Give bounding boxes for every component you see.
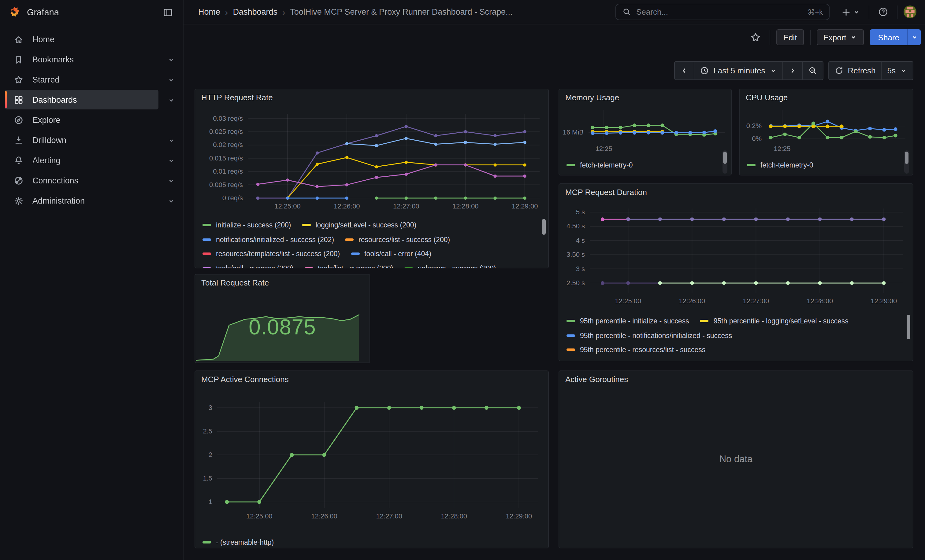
- sidebar-item-home[interactable]: Home: [0, 29, 183, 50]
- cpu-usage-chart[interactable]: 12:250.2%0%: [740, 105, 913, 154]
- panel-title[interactable]: MCP Request Duration: [565, 188, 647, 197]
- legend-item[interactable]: 95th percentile - notifications/initiali…: [566, 329, 732, 341]
- legend-item[interactable]: notifications/initialized - success (202…: [202, 233, 334, 245]
- grafana-logo[interactable]: [8, 6, 21, 19]
- export-button[interactable]: Export: [817, 29, 864, 45]
- svg-text:0.005 req/s: 0.005 req/s: [209, 181, 243, 189]
- legend-color-chip: [202, 224, 211, 226]
- legend-item[interactable]: - (streamable-http): [202, 536, 274, 548]
- legend-scrollbar[interactable]: [904, 150, 909, 174]
- panel-memory-usage: Memory Usage 12:2516 MiB fetch-telemetry…: [559, 89, 732, 176]
- clock-icon: [700, 66, 709, 75]
- breadcrumb-home[interactable]: Home: [198, 8, 220, 17]
- sidebar-item-dashboards[interactable]: Dashboards: [0, 90, 183, 110]
- breadcrumb-dashboards[interactable]: Dashboards: [233, 8, 277, 17]
- memory-usage-chart[interactable]: 12:2516 MiB: [559, 105, 731, 154]
- chevron-down-icon[interactable]: [167, 56, 176, 64]
- legend-color-chip: [304, 267, 313, 268]
- compass-icon: [13, 115, 24, 126]
- refresh-button[interactable]: Refresh: [828, 61, 881, 80]
- chevron-down-icon[interactable]: [167, 176, 176, 185]
- panel-title[interactable]: MCP Active Connections: [201, 375, 289, 384]
- legend-scrollbar[interactable]: [723, 150, 728, 174]
- panel-title[interactable]: Memory Usage: [565, 93, 619, 102]
- chevron-down-icon[interactable]: [167, 197, 176, 205]
- legend-item[interactable]: initialize - success (200): [202, 219, 291, 231]
- mcp-request-duration-chart[interactable]: 12:25:0012:26:0012:27:0012:28:0012:29:00…: [559, 200, 913, 310]
- chevron-down-icon[interactable]: [167, 75, 176, 84]
- panel-title[interactable]: HTTP Request Rate: [201, 93, 273, 102]
- svg-text:0.025 req/s: 0.025 req/s: [209, 128, 243, 135]
- avatar[interactable]: [904, 6, 916, 18]
- time-range-picker[interactable]: Last 5 minutes: [695, 61, 783, 80]
- share-dropdown-arrow[interactable]: [907, 29, 921, 45]
- sidebar-item-drilldown[interactable]: Drilldown: [0, 130, 183, 150]
- time-forward-button[interactable]: [783, 61, 802, 80]
- legend-item[interactable]: logging/setLevel - success (200): [302, 219, 416, 231]
- legend-item[interactable]: 95th percentile - resources/templates/li…: [566, 358, 738, 361]
- panel-title[interactable]: CPU Usage: [746, 93, 788, 102]
- legend-item[interactable]: 95th percentile - resources/list - succe…: [566, 344, 705, 356]
- legend-item[interactable]: resources/list - success (200): [345, 233, 450, 245]
- legend-item[interactable]: fetch-telemetry-0: [566, 159, 633, 171]
- zoom-out-button[interactable]: [802, 61, 823, 80]
- refresh-interval-picker[interactable]: 5s: [882, 61, 913, 80]
- svg-text:12:29:00: 12:29:00: [871, 297, 897, 305]
- sidebar-item-label: Dashboards: [32, 95, 183, 105]
- legend-item[interactable]: 95th percentile - logging/setLevel - suc…: [700, 315, 848, 327]
- legend-color-chip: [202, 541, 211, 543]
- legend-color-chip: [202, 238, 211, 240]
- legend-item[interactable]: fetch-telemetry-0: [747, 159, 814, 171]
- time-back-button[interactable]: [674, 61, 695, 80]
- legend-color-chip: [566, 320, 575, 322]
- add-button[interactable]: [838, 3, 864, 21]
- legend-item[interactable]: tools/list - success (200): [304, 262, 393, 268]
- breadcrumb-separator: ›: [282, 7, 285, 17]
- memory-usage-legend: fetch-telemetry-0: [566, 158, 716, 174]
- favorite-star-icon[interactable]: [748, 29, 764, 45]
- chevron-down-icon[interactable]: [167, 136, 176, 144]
- svg-text:12:28:00: 12:28:00: [452, 203, 479, 210]
- search-input[interactable]: Search... ⌘+k: [615, 4, 830, 20]
- help-icon[interactable]: [874, 3, 892, 21]
- panel-title[interactable]: Total Request Rate: [201, 278, 269, 287]
- sidebar-item-starred[interactable]: Starred: [0, 70, 183, 90]
- mcp-active-connections-chart[interactable]: 12:25:0012:26:0012:27:0012:28:0012:29:00…: [195, 396, 548, 533]
- sidebar-item-connections[interactable]: Connections: [0, 171, 183, 191]
- stage: Grafana Home Bookmarks Starred: [0, 0, 925, 560]
- share-button[interactable]: Share: [870, 29, 907, 45]
- chevron-down-icon[interactable]: [167, 96, 176, 104]
- svg-text:12:26:00: 12:26:00: [311, 512, 337, 520]
- share-button-group: Share: [870, 29, 921, 45]
- time-controls: Last 5 minutes Refresh 5s: [674, 61, 913, 80]
- legend-item[interactable]: resources/templates/list - success (200): [202, 248, 340, 260]
- gear-icon: [13, 195, 24, 206]
- sidebar-header: Grafana: [0, 0, 183, 24]
- panel-title[interactable]: Active Goroutines: [565, 375, 628, 384]
- svg-text:16 MiB: 16 MiB: [563, 128, 584, 136]
- legend-item[interactable]: tools/call - error (404): [351, 248, 431, 260]
- sidebar-item-alerting[interactable]: Alerting: [0, 150, 183, 171]
- svg-text:3 s: 3 s: [576, 265, 585, 273]
- divider: [897, 5, 898, 19]
- legend-scrollbar[interactable]: [542, 219, 546, 235]
- divider: [810, 30, 810, 45]
- sidebar-item-explore[interactable]: Explore: [0, 110, 183, 130]
- legend-color-chip: [700, 320, 709, 322]
- sidebar-item-label: Home: [32, 35, 183, 44]
- legend-item[interactable]: 95th percentile - initialize - success: [566, 315, 689, 327]
- legend-scrollbar[interactable]: [907, 315, 910, 339]
- legend-item[interactable]: unknown - success (200): [404, 262, 496, 268]
- no-data-message: No data: [559, 453, 913, 464]
- sidebar-item-administration[interactable]: Administration: [0, 191, 183, 211]
- chevron-down-icon[interactable]: [167, 156, 176, 165]
- dock-sidebar-icon[interactable]: [159, 4, 177, 21]
- http-request-rate-chart[interactable]: 12:25:0012:26:0012:27:0012:28:0012:29:00…: [195, 105, 548, 215]
- edit-button[interactable]: Edit: [777, 29, 804, 45]
- panel-http-request-rate: HTTP Request Rate 12:25:0012:26:0012:27:…: [194, 89, 549, 269]
- sidebar-nav: Home Bookmarks Starred Dashboards: [0, 29, 183, 211]
- legend-item[interactable]: tools/call - success (200): [202, 262, 293, 268]
- sidebar-item-bookmarks[interactable]: Bookmarks: [0, 50, 183, 70]
- sidebar-item-label: Bookmarks: [32, 55, 183, 64]
- svg-text:2.50 s: 2.50 s: [566, 279, 585, 287]
